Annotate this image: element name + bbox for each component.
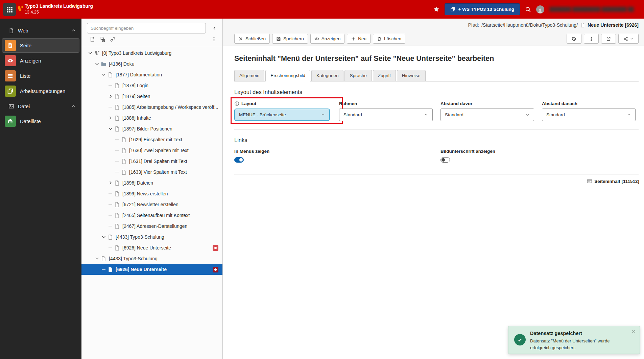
page-icon — [114, 245, 120, 251]
tree-item[interactable]: [4433] Typo3-Schulung — [81, 253, 222, 264]
tab[interactable]: Zugriff — [373, 70, 396, 81]
leaf-icon[interactable] — [108, 223, 113, 229]
toolbar-button[interactable]: Löschen — [373, 34, 405, 44]
page-icon — [101, 256, 106, 262]
more-options-icon[interactable] — [211, 37, 217, 42]
tab[interactable]: Hinweise — [397, 70, 426, 81]
workspace-version-badge — [213, 245, 218, 251]
tree-item[interactable]: [1877] Dokumentation — [81, 69, 222, 80]
chevron-down-icon[interactable] — [88, 50, 93, 56]
toolbar-button[interactable]: Anzeigen — [310, 34, 344, 44]
chevron-right-icon[interactable] — [108, 115, 113, 121]
toolbar-icon-button[interactable] — [584, 34, 599, 44]
chevron-down-icon[interactable] — [101, 234, 106, 240]
chevron-up-icon[interactable] — [71, 28, 76, 33]
leaf-icon[interactable] — [101, 267, 106, 272]
toolbar-button[interactable]: Schließen — [234, 34, 270, 44]
leaf-icon[interactable] — [115, 137, 120, 142]
chevron-down-icon[interactable] — [108, 126, 113, 131]
chevron-down-icon[interactable] — [94, 256, 100, 261]
tree-item[interactable]: [1878] Login — [81, 80, 222, 91]
tree-item[interactable]: [1630] Zwei Spalten mit Text — [81, 145, 222, 156]
module-item[interactable]: Arbeitsumgebungen — [2, 84, 79, 98]
tree-item[interactable]: [1879] Seiten — [81, 91, 222, 102]
module-item[interactable]: Anzeigen — [2, 53, 79, 68]
leaf-icon[interactable] — [108, 202, 113, 207]
tab[interactable]: Allgemein — [234, 70, 264, 81]
leaf-icon[interactable] — [115, 148, 120, 153]
tree-item-label: [2465] Seitenaufbau mit Kontext — [122, 213, 222, 218]
tree-item[interactable]: [1896] Dateien — [81, 177, 222, 188]
tree-item[interactable]: [6926] Neue Unterseite — [81, 264, 222, 275]
chevron-right-icon[interactable] — [108, 180, 113, 186]
section-title-links: Links — [234, 137, 644, 143]
chevron-down-icon[interactable] — [94, 61, 100, 67]
close-icon[interactable] — [631, 329, 636, 334]
tree-item[interactable]: [1885] Arbeitsumgebung / Workspace veröf… — [81, 102, 222, 113]
tab[interactable]: Erscheinungsbild — [265, 70, 310, 81]
toolbar-button-label: Schließen — [245, 36, 266, 41]
chevron-up-icon[interactable] — [71, 104, 76, 109]
search-icon[interactable] — [525, 6, 531, 13]
leaf-icon[interactable] — [108, 83, 113, 88]
module-item[interactable]: Dateiliste — [2, 114, 79, 128]
select-field[interactable]: Standard — [440, 109, 534, 121]
tree-item[interactable]: [1633] Vier Spalten mit Text — [81, 167, 222, 177]
collapse-panel-icon[interactable] — [212, 26, 217, 31]
tree-item[interactable]: [6926] Neue Unterseite — [81, 242, 222, 253]
page-icon — [580, 23, 585, 28]
tree-item[interactable]: [2467] Adressen-Darstellungen — [81, 221, 222, 232]
module-group-header[interactable]: Web — [0, 23, 81, 38]
chevron-right-icon[interactable] — [108, 94, 113, 99]
tree-item[interactable]: [1886] Inhalte — [81, 113, 222, 123]
leaf-icon[interactable] — [108, 213, 113, 218]
caret-down-icon — [627, 113, 631, 117]
module-item[interactable]: Liste — [2, 69, 79, 83]
module-group-label: Web — [18, 28, 28, 33]
tree-item[interactable]: [2465] Seitenaufbau mit Kontext — [81, 210, 222, 221]
bookmark-star-icon[interactable] — [433, 6, 439, 13]
toolbar-icon-button[interactable] — [601, 34, 616, 44]
toggle-field: In Menüs zeigen — [234, 148, 440, 163]
leaf-icon[interactable] — [115, 159, 120, 164]
toggle-switch[interactable] — [440, 157, 450, 163]
user-name-redacted[interactable]: ███████ █████████ ████████ ██████████ — [549, 7, 634, 12]
leaf-icon[interactable] — [108, 191, 113, 196]
folder-icon — [101, 61, 106, 67]
toolbar-icon-button[interactable] — [567, 34, 581, 44]
leaf-icon[interactable] — [108, 104, 113, 110]
tree-item[interactable]: [1897] Bilder Positionen — [81, 123, 222, 134]
tab[interactable]: Sprache — [344, 70, 372, 81]
toggle-switch[interactable] — [234, 157, 244, 163]
link-icon[interactable] — [110, 37, 116, 42]
tree-item[interactable]: [1899] News erstellen — [81, 188, 222, 199]
modules-menu-button[interactable] — [3, 3, 16, 16]
toolbar-button-label: Speichern — [283, 36, 304, 41]
avatar[interactable] — [536, 5, 544, 14]
chevron-down-icon[interactable] — [101, 72, 106, 77]
leaf-icon[interactable] — [108, 245, 113, 250]
tree-item[interactable]: [4433] Typo3-Schulung — [81, 232, 222, 242]
module-item[interactable]: Seite — [2, 38, 79, 53]
module-group-header[interactable]: Datei — [0, 99, 81, 113]
tree-item[interactable]: [4136] Doku — [81, 58, 222, 69]
tree-item[interactable]: [1631] Drei Spalten mit Text — [81, 156, 222, 167]
open-page-icon[interactable] — [100, 37, 105, 42]
select-field[interactable]: Standard — [542, 109, 636, 121]
tab[interactable]: Kategorien — [311, 70, 343, 81]
toolbar-button[interactable]: Speichern — [272, 34, 308, 44]
tree-item[interactable]: [6721] Newsletter erstellen — [81, 199, 222, 210]
workspace-button-label: + WS TYPO3 13 Schulung — [458, 7, 514, 12]
tree-item[interactable]: [1629] Einspalter mit Text — [81, 134, 222, 145]
tree-item[interactable]: [0] Typo3 Landkreis Ludwigsburg — [81, 48, 222, 58]
select-field[interactable]: MENUE - Brückenseite — [234, 109, 330, 121]
toolbar-icon-button[interactable] — [618, 34, 639, 44]
grp-web-icon — [8, 28, 14, 33]
new-page-icon[interactable] — [90, 37, 95, 42]
leaf-icon[interactable] — [115, 169, 120, 175]
tree-item-label: [6721] Newsletter erstellen — [122, 202, 222, 207]
tree-search-input[interactable] — [87, 23, 206, 33]
toolbar-button[interactable]: Neu — [347, 34, 371, 44]
workspace-button[interactable]: + WS TYPO3 13 Schulung — [445, 3, 520, 15]
select-field[interactable]: Standard — [339, 109, 433, 121]
